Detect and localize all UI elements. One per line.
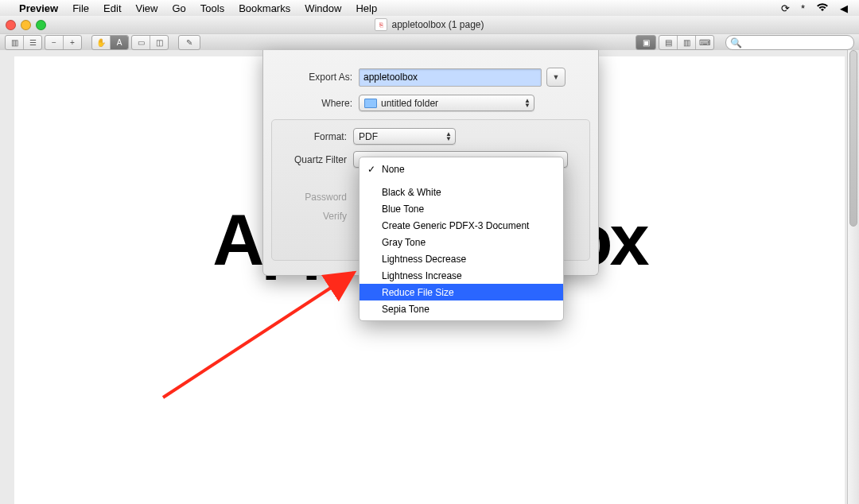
filter-option-reduce-file-size[interactable]: Reduce File Size (360, 284, 563, 300)
where-label: Where: (276, 98, 352, 109)
sidebar-list-icon[interactable]: ☰ (24, 36, 41, 49)
menu-app[interactable]: Preview (19, 2, 58, 14)
move-tool-icon[interactable]: ✋ (92, 36, 111, 49)
titlebar: ⎘ appletoolbox (1 page) (0, 16, 859, 34)
menu-view[interactable]: View (136, 2, 158, 14)
format-popup[interactable]: PDF ▲▼ (353, 128, 456, 145)
sidebar-view-segment[interactable]: ▥ ☰ (5, 35, 42, 50)
verify-label: Verify (277, 211, 347, 222)
filter-option-label: Gray Tone (382, 237, 426, 248)
filter-option-label: Lightness Decrease (382, 254, 466, 265)
popup-arrows-icon: ▲▼ (445, 132, 452, 142)
filter-option-lightness-increase[interactable]: Lightness Increase (360, 267, 563, 284)
lasso-select-icon[interactable]: ◫ (150, 36, 168, 49)
menubar: Preview File Edit View Go Tools Bookmark… (0, 0, 859, 17)
filter-option-label: Reduce File Size (382, 287, 454, 298)
filter-option-label: Create Generic PDFX-3 Document (382, 220, 529, 231)
menu-bookmarks[interactable]: Bookmarks (239, 2, 290, 14)
export-as-field[interactable]: appletoolbox (359, 68, 542, 87)
scrollbar-thumb[interactable] (849, 50, 857, 227)
filter-option-pdfx3[interactable]: Create Generic PDFX-3 Document (360, 217, 563, 234)
menu-tools[interactable]: Tools (200, 2, 224, 14)
zoom-segment[interactable]: − + (45, 35, 82, 50)
quartz-filter-menu[interactable]: ✓ None Black & White Blue Tone Create Ge… (359, 157, 564, 321)
select-segment[interactable]: ▭ ◫ (131, 35, 169, 50)
menu-help[interactable]: Help (356, 2, 377, 14)
expand-save-panel-button[interactable]: ▼ (546, 68, 566, 87)
filter-option-label: Lightness Increase (382, 270, 462, 281)
quartz-filter-label: Quartz Filter (277, 154, 347, 165)
filter-option-label: Blue Tone (382, 204, 424, 215)
menu-file[interactable]: File (72, 2, 89, 14)
filter-option-none[interactable]: ✓ None (360, 161, 563, 177)
menu-go[interactable]: Go (172, 2, 185, 14)
view-single-page-icon[interactable]: ▣ (636, 35, 656, 50)
popup-arrows-icon: ▲▼ (524, 99, 531, 108)
filter-option-label: None (382, 164, 405, 175)
menu-window[interactable]: Window (305, 2, 341, 14)
toolbar: ▥ ☰ − + ✋ A ▭ ◫ ✎ ▣ ▤ ▥ ⌨ 🔍 (0, 34, 859, 52)
search-icon: 🔍 (730, 37, 742, 48)
bluetooth-icon[interactable]: * (801, 2, 805, 14)
filter-option-sepia-tone[interactable]: Sepia Tone (360, 300, 563, 317)
where-popup[interactable]: untitled folder ▲▼ (359, 95, 534, 111)
filter-option-lightness-decrease[interactable]: Lightness Decrease (360, 250, 563, 267)
zoom-out-icon[interactable]: − (45, 36, 64, 49)
window-chrome: ⎘ appletoolbox (1 page) ▥ ☰ − + ✋ A ▭ ◫ … (0, 16, 859, 50)
window-title: appletoolbox (1 page) (391, 19, 484, 30)
tool-segment[interactable]: ✋ A (91, 35, 129, 50)
search-field[interactable]: 🔍 (725, 35, 854, 50)
filter-option-gray-tone[interactable]: Gray Tone (360, 234, 563, 250)
export-as-label: Export As: (276, 72, 352, 83)
wifi-icon[interactable] (816, 2, 829, 14)
annotate-button[interactable]: ✎ (178, 35, 200, 50)
sync-status-icon[interactable]: ⟳ (781, 2, 790, 14)
password-label: Password (277, 192, 347, 203)
menu-edit[interactable]: Edit (103, 2, 121, 14)
filter-option-black-white[interactable]: Black & White (360, 184, 563, 200)
export-as-value: appletoolbox (363, 72, 418, 83)
page-view-segment[interactable]: ▤ ▥ ⌨ (659, 35, 714, 50)
checkmark-icon: ✓ (367, 164, 375, 175)
text-tool-icon[interactable]: A (111, 36, 128, 49)
view-two-pages-icon[interactable]: ▥ (678, 36, 696, 49)
sidebar-thumbnails-icon[interactable]: ▥ (6, 36, 24, 49)
document-proxy-icon[interactable]: ⎘ (375, 18, 387, 31)
filter-option-label: Sepia Tone (382, 304, 430, 315)
vertical-scrollbar[interactable] (847, 50, 859, 504)
filter-option-label: Black & White (382, 187, 441, 198)
format-label: Format: (277, 131, 347, 142)
filter-option-blue-tone[interactable]: Blue Tone (360, 200, 563, 217)
volume-icon[interactable]: ◀ (840, 2, 848, 14)
folder-icon (364, 99, 377, 108)
zoom-in-icon[interactable]: + (64, 36, 81, 49)
view-continuous-icon[interactable]: ▤ (659, 36, 678, 49)
format-value: PDF (359, 131, 378, 142)
view-contact-sheet-icon[interactable]: ⌨ (696, 36, 713, 49)
rect-select-icon[interactable]: ▭ (132, 36, 150, 49)
where-value: untitled folder (381, 98, 438, 109)
